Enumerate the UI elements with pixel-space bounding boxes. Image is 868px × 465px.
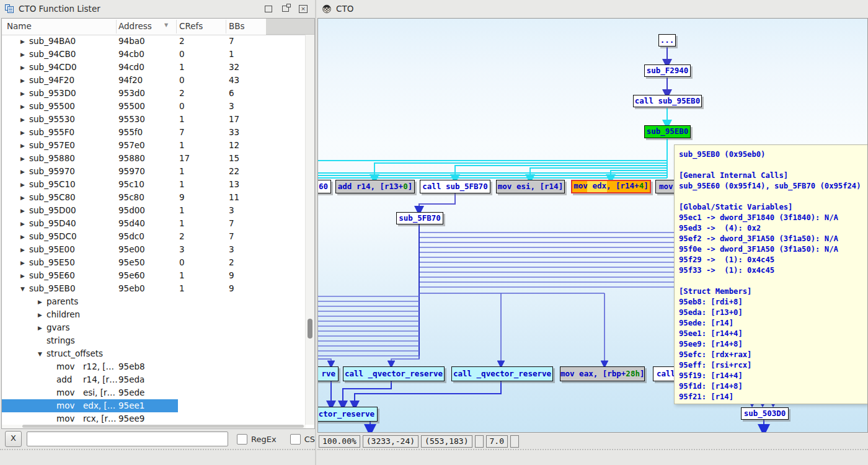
- node-instr-mov-eax[interactable]: mov eax, [rbp+28h]: [560, 366, 645, 381]
- cto-titlebar: CTO: [317, 0, 868, 17]
- status-segment: 100.00%: [319, 435, 360, 448]
- function-row[interactable]: ▶sub_955009550003: [2, 100, 306, 113]
- function-tree: ▶sub_94BA094ba027▶sub_94CB094cb001▶sub_9…: [2, 35, 306, 425]
- regex-checkbox[interactable]: [237, 434, 247, 445]
- column-header-bbs[interactable]: BBs: [229, 21, 245, 31]
- tree-child-row-struct_offsets[interactable]: ▼struct_offsets: [2, 347, 306, 360]
- node-sub-5fb70[interactable]: sub_5FB70: [396, 212, 443, 224]
- function-row[interactable]: ▶sub_94F2094f20043: [2, 74, 306, 87]
- struct-offset-row[interactable]: movedx, […95ee1: [2, 399, 306, 412]
- struct-offset-row[interactable]: movr12, […95eb8: [2, 360, 306, 373]
- function-row[interactable]: ▶sub_95D4095d4017: [2, 217, 306, 230]
- status-segment-empty: [475, 435, 484, 448]
- tooltip-line: [679, 160, 867, 170]
- node-sub-f2940[interactable]: sub_F2940: [644, 64, 691, 77]
- filter-input[interactable]: [27, 432, 228, 446]
- function-row[interactable]: ▶sub_957E0957e0112: [2, 139, 306, 152]
- node-instr-mov-esi[interactable]: mov esi, [r14]: [496, 180, 565, 193]
- tooltip-line: 95ee1: [r14+4]: [679, 329, 867, 339]
- case-sensitive-checkbox[interactable]: [290, 434, 301, 445]
- node-sub-95eb0-current[interactable]: sub_95EB0: [644, 125, 691, 138]
- minimize-icon[interactable]: [265, 6, 272, 12]
- vertical-scrollbar[interactable]: [305, 35, 314, 425]
- collapsed-icon: ▶: [38, 308, 42, 322]
- node-call-qvector-reserve-partial[interactable]: rve: [317, 366, 339, 381]
- table-header: Name Address ▼ CRefs BBs: [2, 19, 314, 35]
- function-row[interactable]: ▶sub_955F0955f0733: [2, 126, 306, 139]
- regex-label: RegEx: [251, 435, 277, 444]
- collapsed-icon: ▶: [20, 256, 25, 270]
- struct-offset-row[interactable]: movrcx, [r…95ee9: [2, 412, 306, 425]
- node-call-sub-5fb70[interactable]: call sub_5FB70: [420, 180, 490, 193]
- collapsed-icon: ▶: [20, 269, 25, 283]
- function-row[interactable]: ▶sub_95880958801715: [2, 152, 306, 165]
- resize-handle[interactable]: [0, 449, 315, 452]
- tooltip-line: [General Internal Calls]: [679, 170, 867, 181]
- function-row[interactable]: ▶sub_94CD094cd0132: [2, 61, 306, 74]
- expanded-icon: ▼: [38, 347, 42, 361]
- node-qvector-reserve-partial[interactable]: ctor_reserve: [317, 407, 378, 422]
- node-ellipsis[interactable]: ...: [658, 34, 676, 46]
- close-icon[interactable]: ×: [299, 5, 308, 13]
- function-lister-titlebar: CTO Function Lister ×: [0, 0, 315, 17]
- node-call-qvector-reserve-2[interactable]: call _qvector_reserve: [451, 366, 553, 381]
- node-instr-partial-60[interactable]: 60: [317, 180, 331, 193]
- tooltip-line: [679, 276, 867, 286]
- collapsed-icon: ▶: [20, 100, 25, 113]
- function-row[interactable]: ▶sub_9597095970122: [2, 165, 306, 178]
- scrollbar-thumb[interactable]: [22, 425, 304, 428]
- function-row[interactable]: ▶sub_95D0095d0013: [2, 204, 306, 217]
- column-header-address[interactable]: Address: [118, 21, 152, 31]
- function-row[interactable]: ▶sub_953D0953d026: [2, 87, 306, 100]
- filter-bar: X RegEx CS: [0, 430, 315, 448]
- struct-offset-row[interactable]: movesi, [r…95ede: [2, 386, 306, 399]
- collapsed-icon: ▶: [20, 204, 25, 218]
- cto-graph-window: CTO: [317, 0, 868, 465]
- tooltip-line: 95f21: [r14]: [679, 392, 867, 402]
- collapsed-icon: ▶: [20, 48, 25, 61]
- scrollbar-thumb[interactable]: [308, 319, 312, 339]
- tooltip-line: 95efc: [rdx+rax]: [679, 350, 867, 360]
- node-sub-503d0[interactable]: sub_503D0: [741, 407, 789, 420]
- tooltip-line: 95f19: [r14+4]: [679, 371, 867, 381]
- horizontal-scrollbar[interactable]: [2, 425, 306, 428]
- function-row[interactable]: ▶sub_95C1095c10113: [2, 178, 306, 191]
- column-header-crefs[interactable]: CRefs: [179, 21, 203, 31]
- tree-child-row-gvars[interactable]: ▶gvars: [2, 321, 306, 334]
- function-row[interactable]: ▶sub_94CB094cb001: [2, 48, 306, 61]
- collapsed-icon: ▶: [20, 139, 25, 153]
- sort-desc-icon[interactable]: ▼: [164, 22, 168, 28]
- node-instr-mov-edx-highlighted[interactable]: mov edx, [r14+4]: [571, 180, 651, 193]
- tooltip-line: 95eb8: [rdi+8]: [679, 297, 867, 308]
- tooltip-line: 95eda: [r13+0]: [679, 308, 867, 318]
- tree-child-row-parents[interactable]: ▶parents: [2, 295, 306, 308]
- function-row[interactable]: ▶sub_9553095530117: [2, 113, 306, 126]
- struct-offset-row[interactable]: addr14, [r…95eda: [2, 373, 306, 386]
- resize-handle[interactable]: [317, 449, 868, 452]
- expanded-icon: ▼: [20, 282, 25, 296]
- function-row[interactable]: ▶sub_94BA094ba027: [2, 35, 306, 48]
- function-lister-icon: [4, 4, 14, 14]
- collapsed-icon: ▶: [20, 61, 25, 74]
- float-window-icon[interactable]: [282, 6, 289, 12]
- tree-child-row-strings[interactable]: strings: [2, 334, 306, 347]
- function-row[interactable]: ▼sub_95EB095eb019: [2, 282, 306, 295]
- collapsed-icon: ▶: [20, 87, 25, 100]
- node-call-qvector-reserve-1[interactable]: call _qvector_reserve: [343, 366, 445, 381]
- status-segment-empty: [510, 435, 519, 448]
- cto-title: CTO: [336, 4, 353, 14]
- node-info-tooltip: sub_95EB0 (0x95eb0) [General Internal Ca…: [674, 144, 868, 404]
- collapsed-icon: ▶: [38, 295, 42, 309]
- function-row[interactable]: ▶sub_95E5095e5002: [2, 256, 306, 269]
- tree-child-row-children[interactable]: ▶children: [2, 308, 306, 321]
- node-instr-add-r14[interactable]: add r14, [r13+0]: [335, 180, 415, 193]
- column-header-name[interactable]: Name: [7, 21, 32, 31]
- node-call-sub-95eb0[interactable]: call sub_95EB0: [633, 95, 702, 107]
- function-row[interactable]: ▶sub_95E6095e6019: [2, 269, 306, 282]
- clear-filter-button[interactable]: X: [5, 431, 22, 447]
- tooltip-line: 95f0e -> dword_3F1A50 (3f1a50): N/A: [679, 244, 867, 255]
- function-row[interactable]: ▶sub_95DC095dc027: [2, 230, 306, 243]
- graph-canvas[interactable]: ... sub_F2940 call sub_95EB0 sub_95EB0 6…: [317, 18, 868, 433]
- function-row[interactable]: ▶sub_95E0095e0033: [2, 243, 306, 256]
- function-row[interactable]: ▶sub_95C8095c80911: [2, 191, 306, 204]
